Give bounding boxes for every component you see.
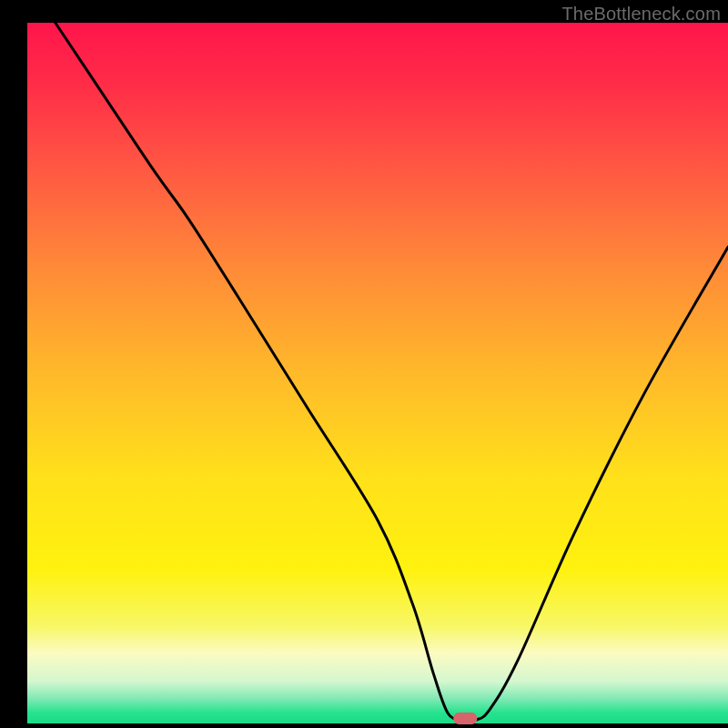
optimal-marker (453, 713, 477, 724)
plot-background (27, 23, 728, 723)
bottleneck-chart (0, 0, 728, 728)
watermark-label: TheBottleneck.com (561, 4, 721, 25)
